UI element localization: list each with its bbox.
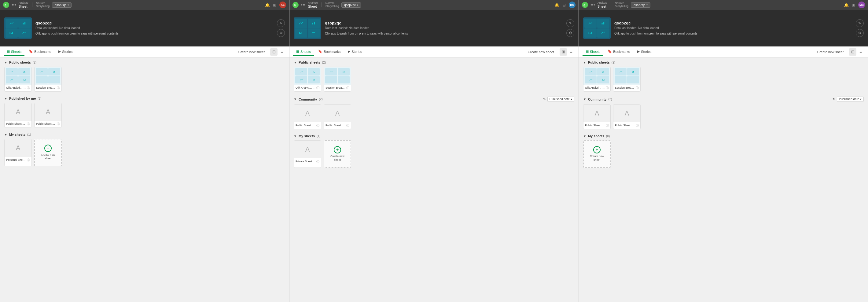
avatar[interactable]: KE — [279, 2, 286, 8]
settings-button[interactable]: ⚙ — [856, 29, 864, 37]
sheet-more-icon[interactable]: ··· — [313, 87, 315, 90]
sheet-card[interactable]: A Personal Sheet (rvr) ⓘ — [4, 139, 32, 166]
topbar-dots[interactable]: ••• — [301, 2, 306, 7]
grid-view-btn[interactable]: ⊞ — [560, 48, 567, 56]
topbar: Q ••• Analyze Sheet Narrate Storytelling… — [289, 0, 579, 10]
topbar-dots[interactable]: ••• — [11, 2, 16, 7]
tab-stories[interactable]: ▶ Stories — [55, 48, 75, 56]
settings-button[interactable]: ⚙ — [277, 29, 285, 37]
section-toggle[interactable]: ▼ — [583, 61, 586, 64]
grid-view-btn[interactable]: ⊞ — [849, 48, 857, 56]
bell-icon[interactable]: 🔔 — [265, 3, 270, 7]
create-sheet-btn[interactable]: Create new sheet — [525, 49, 557, 55]
sheet-info-icon[interactable]: ⓘ — [346, 86, 349, 90]
topbar-app-btn[interactable]: qsop2qc ▾ — [341, 2, 361, 8]
tab-bookmarks[interactable]: 🔖 Bookmarks — [604, 48, 633, 56]
sort-dropdown[interactable]: Published date ▾ — [837, 97, 864, 102]
sheet-info-icon[interactable]: ⓘ — [27, 122, 30, 126]
topbar-mode-section: Analyze Sheet — [308, 2, 318, 8]
create-plus-icon[interactable]: + — [593, 146, 600, 153]
sheet-info-icon[interactable]: ⓘ — [27, 86, 30, 90]
create-sheet-card[interactable]: + Create newsheet — [324, 140, 351, 168]
section-toggle[interactable]: ▼ — [4, 97, 7, 100]
topbar-app-btn[interactable]: qsop2qc ▾ — [52, 2, 71, 8]
section-header: ▼ Public sheets (2) — [583, 61, 864, 64]
apps-icon[interactable]: ⊞ — [273, 3, 276, 7]
sheet-info-icon[interactable]: ⓘ — [346, 123, 349, 128]
bell-icon[interactable]: 🔔 — [554, 3, 559, 7]
list-view-btn[interactable]: ≡ — [278, 48, 285, 56]
create-sheet-btn[interactable]: Create new sheet — [815, 49, 846, 55]
section-title: My sheets — [299, 134, 315, 138]
sheets-grid: Qlik Analytic Adventure ··· ⓘ — [583, 67, 864, 92]
sheet-card[interactable]: Qlik Analytic Adventure ··· ⓘ — [294, 67, 321, 92]
section-header: ▼ Public sheets (2) — [4, 61, 285, 64]
avatar[interactable]: MB — [858, 2, 865, 8]
tab-bookmarks[interactable]: 🔖 Bookmarks — [26, 48, 54, 56]
sheet-info-icon[interactable]: ⓘ — [316, 159, 319, 164]
topbar-dots[interactable]: ••• — [590, 2, 595, 7]
create-sheet-card[interactable]: + Create newsheet — [583, 140, 611, 168]
sheet-info-icon[interactable]: ⓘ — [636, 123, 639, 128]
topbar-app-btn[interactable]: qsop2qc ▾ — [631, 2, 650, 8]
tab-stories[interactable]: ▶ Stories — [345, 48, 365, 56]
sheet-card[interactable]: A Public Sheet (bob) ⓘ — [583, 104, 611, 129]
sheet-info-icon[interactable]: ⓘ — [636, 86, 639, 90]
sheet-card[interactable]: Qlik Analytic Adventure ··· ⓘ — [583, 67, 611, 92]
section-toggle[interactable]: ▼ — [294, 97, 297, 101]
edit-button[interactable]: ✎ — [566, 19, 574, 27]
sheet-card[interactable]: A Public Sheet (bob) ⓘ — [294, 104, 321, 129]
section-toggle[interactable]: ▼ — [4, 133, 7, 136]
sheet-card[interactable]: A Public Sheet (rvr) ⓘ — [34, 103, 62, 128]
sheet-more-icon[interactable]: ··· — [24, 87, 26, 90]
edit-button[interactable]: ✎ — [277, 19, 285, 27]
sort-dropdown[interactable]: Published date ▾ — [548, 97, 574, 102]
sheet-info-icon[interactable]: ⓘ — [57, 86, 60, 90]
section-toggle[interactable]: ▼ — [294, 134, 297, 138]
tab-stories[interactable]: ▶ Stories — [634, 48, 654, 56]
sheet-card[interactable]: Session Breakdown ⓘ — [613, 67, 641, 92]
sort-icon[interactable]: ⇅ — [543, 97, 546, 101]
sheet-card[interactable]: Session Breakdown ⓘ — [324, 67, 351, 92]
sheet-info-icon[interactable]: ⓘ — [316, 86, 319, 90]
sheet-info-icon[interactable]: ⓘ — [606, 86, 609, 90]
tab-sheets[interactable]: ▦ Sheets — [293, 48, 314, 56]
sheet-card[interactable]: A Public Sheet (bob) ⓘ — [4, 103, 32, 128]
sheet-card[interactable]: A Public Sheet (rvr) ⓘ — [613, 104, 641, 129]
section-title: My sheets — [9, 133, 25, 136]
sheet-card[interactable]: A Private Sheet (bob) ⓘ — [294, 140, 321, 168]
section-toggle[interactable]: ▼ — [583, 134, 586, 138]
sheet-card[interactable]: Session Breakdown ⓘ — [34, 67, 62, 92]
section-toggle[interactable]: ▼ — [294, 61, 297, 64]
list-view-btn[interactable]: ≡ — [857, 48, 864, 56]
apps-icon[interactable]: ⊞ — [562, 3, 566, 7]
tab-bookmarks[interactable]: 🔖 Bookmarks — [315, 48, 344, 56]
tab-sheets[interactable]: ▦ Sheets — [4, 48, 25, 56]
sheet-info-icon[interactable]: ⓘ — [27, 158, 30, 162]
app-actions: ✎ ⚙ — [277, 19, 285, 37]
tab-sheets[interactable]: ▦ Sheets — [583, 48, 603, 56]
sheet-info-icon[interactable]: ⓘ — [316, 123, 319, 128]
svg-rect-20 — [301, 33, 301, 34]
grid-view-btn[interactable]: ⊞ — [270, 48, 278, 56]
sheet-more-icon[interactable]: ··· — [602, 87, 605, 90]
section-header: ▼ My sheets (1) — [294, 134, 574, 138]
bell-icon[interactable]: 🔔 — [844, 3, 849, 7]
sheet-card[interactable]: A Public Sheet (rvr) ⓘ — [324, 104, 351, 129]
section-count: (2) — [33, 61, 36, 64]
avatar[interactable]: BO — [569, 2, 576, 8]
create-sheet-card[interactable]: + Create newsheet — [34, 139, 62, 166]
create-plus-icon[interactable]: + — [334, 146, 341, 153]
section-toggle[interactable]: ▼ — [4, 61, 7, 64]
sheet-info-icon[interactable]: ⓘ — [606, 123, 609, 128]
list-view-btn[interactable]: ≡ — [567, 48, 575, 56]
section-toggle[interactable]: ▼ — [583, 97, 586, 101]
sheet-card[interactable]: Qlik Analytic Adventure ··· ⓘ — [4, 67, 32, 92]
sheet-info-icon[interactable]: ⓘ — [57, 122, 60, 126]
settings-button[interactable]: ⚙ — [566, 29, 574, 37]
sort-icon[interactable]: ⇅ — [833, 97, 835, 101]
edit-button[interactable]: ✎ — [856, 19, 864, 27]
create-sheet-btn[interactable]: Create new sheet — [236, 49, 267, 55]
create-plus-icon[interactable]: + — [44, 145, 52, 152]
apps-icon[interactable]: ⊞ — [852, 3, 855, 7]
